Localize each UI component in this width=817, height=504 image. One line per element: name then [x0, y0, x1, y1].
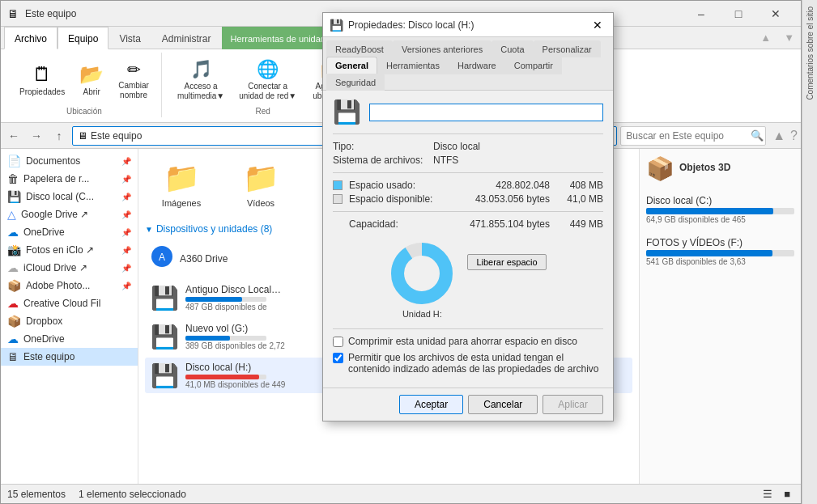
sistema-value: NTFS: [433, 155, 458, 166]
videos-folder-icon: 📁: [243, 161, 279, 195]
sidebar-item-icloud-drive[interactable]: ☁ iCloud Drive ↗ 📌: [1, 259, 138, 277]
sidebar-item-onedrive2[interactable]: ☁ OneDrive: [1, 330, 138, 348]
acceso-multimedia-button[interactable]: 🎵 Acceso amultimedia▼: [172, 55, 230, 105]
check-row-comprimir: Comprimir esta unidad para ahorrar espac…: [333, 336, 603, 347]
aplicar-button[interactable]: Aplicar: [543, 395, 603, 414]
divider3: [333, 211, 603, 212]
tab-hardware[interactable]: Hardware: [449, 57, 505, 74]
cancelar-button[interactable]: Cancelar: [468, 395, 538, 414]
sidebar-item-disco-c[interactable]: 💾 Disco local (C... 📌: [1, 188, 138, 205]
back-button[interactable]: ←: [4, 126, 23, 146]
disco-h-bar-bg: [185, 375, 266, 379]
svg-text:A: A: [159, 252, 165, 263]
sidebar-fotos-icloud-label: Fotos en iClo ↗: [26, 244, 117, 256]
aceptar-button[interactable]: Aceptar: [399, 395, 463, 414]
forward-button[interactable]: →: [27, 126, 46, 146]
dialog-body: 💾 Tipo: Disco local Sistema de archivos:…: [323, 91, 613, 388]
sidebar-item-documentos[interactable]: 📄 Documentos 📌: [1, 152, 138, 170]
tab-vista[interactable]: Vista: [109, 27, 151, 49]
tipo-row: Tipo: Disco local: [333, 141, 603, 152]
sidebar-item-dropbox[interactable]: 📦 Dropbox: [1, 312, 138, 330]
liberar-espacio-button[interactable]: Liberar espacio: [467, 254, 546, 270]
sidebar-item-este-equipo[interactable]: 🖥 Este equipo: [1, 348, 138, 366]
properties-dialog: 💾 Propiedades: Disco local (H:) ✕ ReadyB…: [322, 12, 614, 421]
maximize-button[interactable]: □: [720, 1, 757, 27]
cambiar-nombre-button[interactable]: ✏ Cambiarnombre: [113, 56, 155, 104]
objetos3d-icon: 📦: [646, 155, 674, 182]
nuevo-g-name: Nuevo vol (G:): [185, 323, 283, 334]
tab-equipo[interactable]: Equipo: [57, 27, 109, 49]
sidebar: 📄 Documentos 📌 🗑 Papelera de r... 📌 💾 Di…: [1, 149, 138, 484]
search-input[interactable]: [626, 130, 747, 142]
antiguo-bar-bg: [185, 297, 266, 302]
este-equipo-icon: 🖥: [7, 350, 19, 363]
sistema-label: Sistema de archivos:: [333, 155, 430, 166]
dropbox-icon: 📦: [7, 315, 21, 328]
sidebar-este-equipo-label: Este equipo: [23, 351, 131, 362]
disco-h-icon: 💾: [151, 362, 179, 389]
right-disco-c-name: Disco local (C:): [646, 195, 794, 206]
nuevo-g-bar: [185, 336, 230, 341]
indizado-label: Permitir que los archivos de esta unidad…: [348, 352, 603, 375]
tab-herramientas[interactable]: Herramientas: [377, 57, 449, 74]
red-group-label: Red: [255, 107, 270, 116]
pin-icon4: 📌: [121, 210, 131, 219]
devices-section-label: Dispositivos y unidades (8): [156, 223, 272, 235]
sidebar-item-creative-cloud[interactable]: ☁ Creative Cloud Fil: [1, 294, 138, 312]
espacio-usado-row: Espacio usado: 428.802.048 408 MB: [333, 180, 603, 191]
address-text: Este equipo: [91, 130, 142, 142]
adobe-photo-icon: 📦: [7, 279, 21, 292]
tab-seguridad[interactable]: Seguridad: [326, 74, 385, 91]
dialog-close-button[interactable]: ✕: [589, 16, 606, 34]
tab-readyboost[interactable]: ReadyBoost: [326, 40, 393, 57]
right-fotos-videos-detail: 541 GB disponibles de 3,63: [646, 257, 794, 266]
onedrive2-icon: ☁: [7, 332, 19, 345]
donut-svg: [389, 241, 454, 306]
tab-cuota[interactable]: Cuota: [491, 40, 533, 57]
tab-administrar[interactable]: Administrar: [151, 27, 222, 49]
tab-general[interactable]: General: [326, 57, 377, 74]
espacio-libre-label: Espacio disponible:: [349, 193, 454, 205]
tab-versiones[interactable]: Versiones anteriores: [393, 40, 491, 57]
pin-icon: 📌: [121, 157, 131, 166]
propiedades-icon: 🗒: [32, 63, 52, 86]
right-section-objetos3d: 📦 Objetos 3D: [646, 155, 794, 182]
donut-chart: Unidad H:: [389, 241, 454, 319]
propiedades-label: Propiedades: [19, 87, 65, 97]
capacidad-mb: 449 MB: [563, 218, 603, 230]
sidebar-item-papelera[interactable]: 🗑 Papelera de r... 📌: [1, 170, 138, 188]
sidebar-disco-c-label: Disco local (C...: [26, 191, 117, 202]
search-icon: 🔍: [751, 129, 764, 142]
conectar-unidad-button[interactable]: 🌐 Conectar aunidad de red▼: [233, 55, 302, 105]
abrir-button[interactable]: 📂 Abrir: [74, 59, 109, 101]
up-button[interactable]: ↑: [49, 126, 69, 146]
disk-name-input[interactable]: [369, 104, 603, 121]
file-item-videos[interactable]: 📁 Vídeos: [224, 155, 297, 214]
tab-archivo[interactable]: Archivo: [4, 27, 57, 49]
search-box: 🔍: [620, 126, 766, 146]
sistema-row: Sistema de archivos: NTFS: [333, 155, 603, 166]
tab-personalizar[interactable]: Personalizar: [534, 40, 601, 57]
sidebar-creative-cloud-label: Creative Cloud Fil: [23, 298, 131, 309]
videos-label: Vídeos: [247, 198, 274, 208]
file-item-imagenes[interactable]: 📁 Imágenes: [145, 155, 218, 214]
onedrive1-icon: ☁: [7, 226, 19, 239]
propiedades-button[interactable]: 🗒 Propiedades: [14, 59, 70, 101]
pin-icon3: 📌: [121, 193, 131, 201]
minimize-button[interactable]: –: [683, 1, 720, 27]
close-button[interactable]: ✕: [757, 1, 794, 27]
grid-view-button[interactable]: ■: [780, 485, 794, 502]
antiguo-icon: 💾: [151, 285, 179, 311]
sidebar-item-onedrive1[interactable]: ☁ OneDrive 📌: [1, 223, 138, 241]
sidebar-item-fotos-icloud[interactable]: 📸 Fotos en iClo ↗ 📌: [1, 241, 138, 259]
list-view-button[interactable]: ☰: [759, 485, 777, 502]
tab-herramientas[interactable]: Herramientas de unidad: [222, 27, 334, 49]
right-panel: 📦 Objetos 3D Disco local (C:) 64,9 GB di…: [639, 149, 801, 484]
capacidad-label: Capacidad:: [349, 218, 414, 230]
tab-compartir[interactable]: Compartir: [505, 57, 562, 74]
indizado-checkbox[interactable]: [333, 353, 343, 363]
sidebar-item-google-drive[interactable]: △ Google Drive ↗ 📌: [1, 205, 138, 223]
comprimir-checkbox[interactable]: [333, 337, 343, 347]
sidebar-item-adobe-photo[interactable]: 📦 Adobe Photo... 📌: [1, 277, 138, 294]
right-fotos-videos-bar: [646, 250, 772, 256]
